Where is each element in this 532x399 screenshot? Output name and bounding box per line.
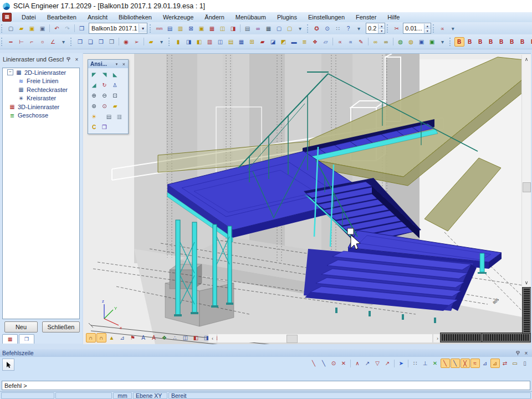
- select-by-layer-icon[interactable]: B: [475, 37, 485, 47]
- cursor-step-icon[interactable]: ✂: [392, 24, 402, 33]
- overflow-chevron-icon[interactable]: ▾: [157, 37, 167, 47]
- xml-io-icon[interactable]: ⊠: [186, 24, 196, 33]
- active-layer-icon[interactable]: ⚑: [128, 333, 138, 342]
- snap-grid-icon[interactable]: ∷: [411, 359, 420, 368]
- subregion-icon[interactable]: ◩: [279, 37, 289, 47]
- select-by-property-icon[interactable]: B: [486, 37, 496, 47]
- precision-spinner[interactable]: 0.01... ▴▾: [403, 23, 431, 34]
- tree-item-kreisraster[interactable]: ✳Kreisraster: [3, 94, 79, 103]
- menu-bibliotheken[interactable]: Bibliotheken: [113, 13, 157, 22]
- magnet-plane-snap-icon[interactable]: ∩: [96, 333, 106, 342]
- menu-men-baum[interactable]: Menübaum: [230, 13, 272, 22]
- print-preview-icon[interactable]: ∞: [253, 24, 263, 33]
- save-picture-icon[interactable]: ▤: [104, 112, 114, 121]
- windows-panel-tab[interactable]: ❐: [19, 334, 34, 344]
- 3d-viewport[interactable]: 6400 805: [83, 53, 531, 344]
- open-layer-icon[interactable]: ▰: [146, 37, 156, 47]
- snap-vertex-icon[interactable]: ∧: [353, 359, 362, 368]
- close-icon[interactable]: ×: [523, 350, 530, 357]
- dot-grid-icon[interactable]: ∷: [333, 24, 343, 33]
- labels-on-icon[interactable]: A: [139, 333, 149, 342]
- paste-special-icon[interactable]: ❒: [96, 37, 106, 47]
- document-icon[interactable]: ▢: [274, 24, 284, 33]
- print-picture-icon[interactable]: ▰: [110, 101, 120, 111]
- mesh-setup-icon[interactable]: ▦: [207, 24, 217, 33]
- load-panel-icon[interactable]: ◪: [268, 37, 278, 47]
- view-settings-icon[interactable]: ❒: [100, 122, 109, 132]
- cursor-select-icon[interactable]: ➤: [397, 359, 406, 368]
- zoom-out-icon[interactable]: ⊖: [100, 91, 109, 100]
- zoom-window-icon[interactable]: ⊡: [110, 91, 120, 100]
- wall-icon[interactable]: ⊞: [247, 37, 257, 47]
- status-working-plane[interactable]: Ebene XY: [133, 392, 167, 399]
- snap-midpoint-icon[interactable]: ╲: [451, 359, 460, 368]
- quick-info-icon[interactable]: ?: [344, 24, 354, 33]
- select-by-beam-icon[interactable]: B: [454, 37, 464, 47]
- copy-icon[interactable]: ▣: [417, 37, 427, 47]
- menu-ansicht[interactable]: Ansicht: [82, 13, 113, 22]
- spinner-down-icon[interactable]: ▾: [424, 28, 431, 33]
- select-previous-icon[interactable]: B: [497, 37, 507, 47]
- member-haunch-icon[interactable]: ▥: [205, 37, 215, 47]
- snap-ruler-icon[interactable]: ▭: [510, 359, 520, 368]
- 3d-model-canvas[interactable]: 6400 805: [83, 54, 531, 344]
- snap-circle-icon[interactable]: ⊙: [329, 359, 339, 368]
- close-button[interactable]: Schließen: [42, 321, 80, 332]
- undo-icon[interactable]: ↶: [52, 24, 62, 33]
- storey-dimension-icon[interactable]: ⌐: [27, 37, 37, 47]
- snap-construction-icon[interactable]: ⊥: [421, 359, 430, 368]
- close-icon[interactable]: ×: [73, 56, 80, 63]
- project-library-icon[interactable]: ▤: [165, 24, 175, 33]
- snap-endpoint-icon[interactable]: ╲: [441, 359, 450, 368]
- member-column-icon[interactable]: ▮: [173, 37, 183, 47]
- tree-item-3d-linienraster[interactable]: ▦3D-Linienraster: [3, 103, 79, 111]
- snap-orthogonal-icon[interactable]: ⊿: [480, 359, 490, 368]
- member-arbitrary-icon[interactable]: ◫: [216, 37, 226, 47]
- clipping-box-icon[interactable]: C: [89, 122, 99, 132]
- view-y-icon[interactable]: ◥: [100, 70, 109, 79]
- scale-ratio-icon[interactable]: ∝: [437, 24, 447, 33]
- menu-plugins[interactable]: Plugins: [272, 13, 303, 22]
- grid-storeys-panel-tab[interactable]: ▦: [2, 334, 18, 344]
- command-input[interactable]: [2, 381, 530, 390]
- snap-delete-icon[interactable]: ✕: [339, 359, 349, 368]
- project-combo[interactable]: Balkon1b 2017.1 2 ▾: [89, 23, 147, 34]
- menu--ndern[interactable]: Ändern: [199, 13, 229, 22]
- vertical-scrollbar-thumb[interactable]: [523, 182, 531, 192]
- pin-icon[interactable]: [514, 350, 521, 357]
- disconnect-members-icon[interactable]: ∝: [346, 37, 356, 47]
- labels-off-icon[interactable]: A: [149, 333, 159, 342]
- nodes-display-icon[interactable]: ∴: [170, 333, 180, 342]
- spinner-up-icon[interactable]: ▴: [378, 24, 385, 28]
- vertical-scrollbar[interactable]: ∧ ∨: [521, 55, 531, 287]
- plate-icon[interactable]: ▦: [237, 37, 247, 47]
- calculator-icon[interactable]: ▦: [264, 24, 274, 33]
- connect-nodes-icon[interactable]: ◍: [396, 37, 406, 47]
- spinner-up-icon[interactable]: ▴: [424, 24, 431, 28]
- status-units[interactable]: mm: [113, 392, 132, 399]
- tree-item-freie-linien[interactable]: ≋Freie Linien: [3, 77, 79, 86]
- redo-icon[interactable]: ↷: [63, 24, 73, 33]
- light-icon[interactable]: ☀: [89, 112, 99, 121]
- snap-last-icon[interactable]: ▯: [520, 359, 530, 368]
- window-duplicate-icon[interactable]: ❐: [107, 37, 117, 47]
- visibility-icon[interactable]: ◉: [121, 37, 131, 47]
- render-mode-icon[interactable]: ◫: [181, 333, 191, 342]
- combo-dropdown-icon[interactable]: ▾: [139, 24, 147, 33]
- snap-line-icon[interactable]: ╲: [309, 359, 319, 368]
- average-nodes-icon[interactable]: ◍: [406, 37, 416, 47]
- close-icon[interactable]: ×: [121, 61, 127, 67]
- accelerators-icon[interactable]: ✪: [312, 24, 322, 33]
- picture-gallery-icon[interactable]: ▢: [285, 24, 295, 33]
- new-button[interactable]: Neu: [4, 321, 38, 332]
- zoom-in-icon[interactable]: ⊕: [89, 91, 99, 100]
- snap-tangent-icon[interactable]: ⊿: [490, 359, 500, 368]
- member-rib-icon[interactable]: ◧: [195, 37, 204, 47]
- menu-fenster[interactable]: Fenster: [350, 13, 382, 22]
- horizontal-scrollbar[interactable]: [217, 334, 432, 342]
- internal-node-icon[interactable]: ❖: [310, 37, 320, 47]
- save-project-icon[interactable]: ▣: [27, 24, 37, 33]
- working-plane-icon[interactable]: ⊿: [117, 333, 127, 342]
- tree-item-rechteckraster[interactable]: ▦Rechteckraster: [3, 85, 79, 94]
- overflow-chevron-icon[interactable]: ▾: [354, 24, 364, 33]
